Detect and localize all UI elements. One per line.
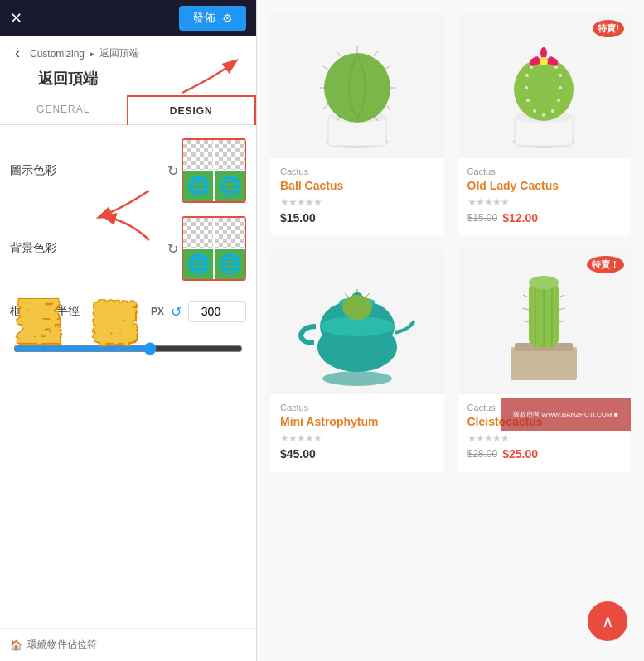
svg-point-27: [559, 74, 562, 77]
svg-point-31: [542, 113, 545, 117]
cleisto-svg: [486, 256, 602, 388]
swatch-green-4[interactable]: 🌐: [215, 249, 245, 279]
close-button[interactable]: ✕: [10, 9, 22, 27]
tab-design[interactable]: DESIGN: [127, 95, 257, 125]
svg-line-61: [559, 321, 565, 322]
bottom-bar: 🏠 環繞物件佔位符: [0, 628, 256, 661]
swatch-green-3[interactable]: 🌐: [183, 249, 213, 279]
svg-point-40: [546, 58, 558, 65]
product-card-mini-astro: Cactus Mini Astrophytum ★★★★★ $45.00: [270, 249, 444, 472]
settings-section: 圖示色彩 ↻ 🌐 🌐 背景色彩 ↻: [0, 125, 256, 294]
ball-cactus-svg: [303, 22, 411, 150]
svg-line-8: [374, 51, 378, 56]
tabs-row: GENERAL DESIGN: [0, 95, 256, 125]
swatch-checker-2[interactable]: [215, 140, 245, 170]
svg-line-51: [366, 293, 370, 297]
swatch-green-1[interactable]: 🌐: [183, 171, 213, 201]
refresh-icon-2[interactable]: ↻: [167, 241, 178, 257]
sale-badge-old-lady: 特賣!: [593, 20, 624, 37]
swatch-checker-1[interactable]: [183, 140, 213, 170]
product-info-old-lady: Cactus Old Lady Cactus ★★★★★ $15.00 $12.…: [458, 158, 632, 236]
border-controls: PX ↺: [151, 301, 246, 322]
svg-point-29: [557, 99, 560, 102]
svg-point-34: [525, 86, 528, 89]
svg-line-57: [522, 308, 529, 310]
product-card-old-lady: 特賣!: [458, 13, 632, 236]
stars-cleisto: ★★★★★: [467, 432, 622, 444]
product-name-ball-cactus[interactable]: Ball Cactus: [280, 179, 434, 192]
svg-point-39: [530, 58, 541, 65]
refresh-icon-1[interactable]: ↻: [167, 163, 178, 179]
svg-point-21: [514, 58, 574, 121]
price-row-old-lady: $15.00 $12.00: [467, 211, 622, 224]
svg-point-62: [529, 276, 559, 289]
left-panel: ✕ 發佈 ⚙ ‹ Customizing ▸ 返回頂端 返回頂端 GENERAL…: [0, 0, 257, 661]
mini-astro-svg: [291, 256, 424, 388]
globe-icon-1: 🌐: [187, 176, 210, 197]
icon-color-row: 圖示色彩 ↻ 🌐 🌐: [10, 138, 246, 203]
gear-icon: ⚙: [222, 12, 233, 25]
old-lady-cactus-svg: [490, 22, 598, 150]
stars-ball-cactus: ★★★★★: [280, 196, 434, 208]
product-category-old-lady: Cactus: [467, 166, 622, 176]
product-name-mini-astro[interactable]: Mini Astrophytum: [280, 415, 434, 428]
svg-line-56: [523, 295, 529, 297]
scroll-top-button[interactable]: ∧: [588, 601, 627, 641]
reset-icon[interactable]: ↺: [171, 304, 182, 320]
svg-line-16: [323, 104, 328, 109]
breadcrumb-separator: ▸: [90, 48, 94, 60]
svg-point-42: [322, 371, 392, 386]
stars-old-lady: ★★★★★: [467, 196, 622, 208]
svg-line-59: [559, 295, 564, 297]
price-row-cleisto: $28.00 $25.00: [467, 447, 622, 461]
product-image-ball-cactus: [270, 13, 444, 158]
page-title: 返回頂端: [0, 67, 256, 95]
svg-point-28: [559, 86, 562, 89]
product-card-ball-cactus: Cactus Ball Cactus ★★★★★ $15.00: [270, 13, 444, 236]
slider-container: [10, 342, 246, 359]
svg-point-33: [526, 99, 530, 102]
back-button[interactable]: ‹: [10, 43, 25, 64]
svg-point-32: [533, 109, 536, 113]
price-sale-cleisto: $25.00: [502, 447, 538, 461]
swatch-green-2[interactable]: 🌐: [215, 171, 245, 201]
bg-color-label: 背景色彩: [10, 241, 56, 256]
tab-general[interactable]: GENERAL: [0, 95, 127, 124]
icon-color-swatch-group: 🌐 🌐: [182, 138, 246, 203]
unit-label: PX: [151, 306, 164, 317]
price-ball-cactus: $15.00: [280, 211, 316, 224]
product-category-mini-astro: Cactus: [280, 403, 434, 413]
price-mini-astro: $45.00: [280, 447, 316, 461]
breadcrumb-bar: ‹ Customizing ▸ 返回頂端: [0, 36, 256, 67]
svg-line-9: [385, 66, 390, 70]
bg-color-swatch-group: 🌐 🌐: [182, 216, 246, 281]
icon-color-label: 圖示色彩: [10, 163, 56, 178]
product-category: Cactus: [280, 166, 434, 176]
svg-line-58: [522, 321, 529, 322]
watermark: 版权所有 WWW.BANZHUTI.COM ■: [501, 398, 631, 431]
right-panel: Cactus Ball Cactus ★★★★★ $15.00 特賣!: [257, 0, 644, 661]
swatch-checker-4[interactable]: [215, 218, 245, 248]
product-card-cleisto: 特賣！: [458, 249, 632, 472]
price-original-old-lady: $15.00: [467, 212, 498, 224]
bg-color-row: 背景色彩 ↻ 🌐 🌐: [10, 216, 246, 281]
svg-point-49: [342, 295, 372, 320]
publish-button[interactable]: 發佈 ⚙: [179, 6, 246, 31]
border-radius-input[interactable]: [188, 301, 246, 322]
stars-mini-astro: ★★★★★: [280, 432, 434, 444]
product-info-mini-astro: Cactus Mini Astrophytum ★★★★★ $45.00: [270, 394, 444, 472]
product-name-old-lady[interactable]: Old Lady Cactus: [467, 179, 622, 192]
svg-rect-53: [511, 347, 577, 380]
svg-line-13: [337, 51, 341, 56]
price-original-cleisto: $28.00: [467, 448, 498, 460]
border-radius-slider[interactable]: [13, 342, 243, 355]
icon-color-controls: ↻ 🌐 🌐: [167, 138, 246, 203]
sale-badge-cleisto: 特賣！: [587, 256, 624, 273]
swatch-checker-3[interactable]: [183, 218, 213, 248]
svg-line-14: [323, 66, 328, 70]
product-image-mini-astro: [270, 249, 444, 394]
top-bar: ✕ 發佈 ⚙: [0, 0, 256, 36]
publish-label: 發佈: [192, 11, 215, 26]
svg-point-30: [551, 109, 554, 113]
price-row-mini-astro: $45.00: [280, 447, 434, 461]
